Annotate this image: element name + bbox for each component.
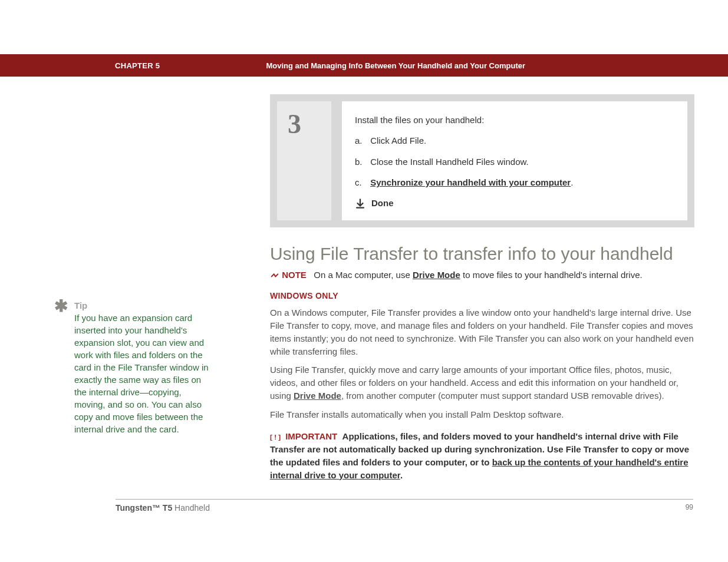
- step-item-c: c. Synchronize your handheld with your c…: [355, 176, 674, 189]
- svg-text:[ ! ]: [ ! ]: [270, 433, 281, 441]
- tip-label: Tip: [74, 300, 87, 310]
- paragraph-2: Using File Transfer, quickly move and ca…: [270, 363, 694, 402]
- tip-sidebar: ✱ Tip If you have an expansion card inse…: [34, 300, 211, 435]
- important-paragraph: [ ! ] IMPORTANT Applications, files, and…: [270, 430, 694, 481]
- chapter-label: CHAPTER 5: [115, 61, 160, 70]
- done-label: Done: [371, 196, 394, 210]
- drive-mode-link-2[interactable]: Drive Mode: [294, 391, 341, 401]
- step-item-a: a. Click Add File.: [355, 134, 674, 147]
- page-footer: Tungsten™ T5 Handheld 99: [116, 499, 693, 524]
- done-arrow-icon: [355, 198, 365, 209]
- page-header-bar: CHAPTER 5 Moving and Managing Info Betwe…: [0, 54, 728, 77]
- asterisk-icon: ✱: [54, 298, 68, 315]
- note-label: NOTE: [282, 270, 307, 280]
- header-title: Moving and Managing Info Between Your Ha…: [266, 61, 525, 70]
- product-name: Tungsten™ T5 Handheld: [116, 503, 210, 513]
- note-line: NOTE On a Mac computer, use Drive Mode t…: [270, 270, 694, 280]
- drive-mode-link-1[interactable]: Drive Mode: [413, 270, 460, 280]
- step-number: 3: [277, 101, 331, 220]
- step-body: Install the files on your handheld: a. C…: [342, 101, 687, 220]
- tip-heading: ✱ Tip: [74, 300, 211, 310]
- page-number: 99: [686, 503, 693, 513]
- section-heading: Using File Transfer to transfer info to …: [270, 244, 694, 264]
- step-intro: Install the files on your handheld:: [355, 113, 674, 127]
- paragraph-1: On a Windows computer, File Transfer pro…: [270, 306, 694, 358]
- synchronize-link[interactable]: Synchronize your handheld with your comp…: [370, 177, 571, 187]
- done-row: Done: [355, 196, 674, 210]
- windows-only-label: WINDOWS ONLY: [270, 291, 694, 300]
- step-3-box: 3 Install the files on your handheld: a.…: [270, 94, 694, 227]
- tip-body: If you have an expansion card inserted i…: [74, 312, 211, 435]
- paragraph-3: File Transfer installs automatically whe…: [270, 408, 694, 421]
- important-icon: [ ! ]: [270, 433, 283, 441]
- important-label: IMPORTANT: [285, 431, 337, 441]
- step-item-b: b. Close the Install Handheld Files wind…: [355, 155, 674, 168]
- note-icon: [270, 271, 279, 280]
